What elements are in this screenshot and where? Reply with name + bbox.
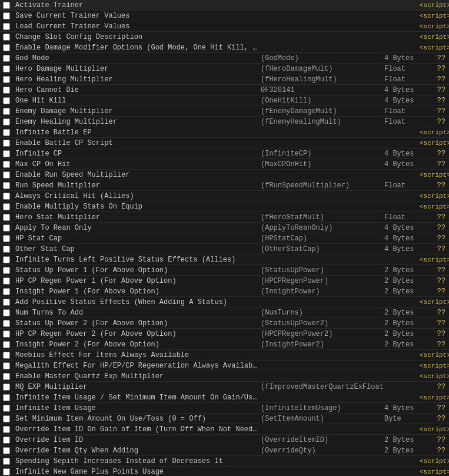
row-value[interactable]: ??: [420, 404, 449, 412]
row-checkbox[interactable]: [3, 118, 10, 125]
row-type: 2 Bytes: [384, 266, 420, 275]
row-id: (GodMode): [261, 54, 384, 62]
row-name: Max CP On Hit: [13, 160, 261, 168]
row-checkbox[interactable]: [3, 161, 10, 168]
row-checkbox[interactable]: [3, 267, 10, 274]
row-value[interactable]: ??: [420, 160, 449, 168]
row-checkbox[interactable]: [3, 214, 10, 221]
row-checkbox[interactable]: [3, 34, 10, 41]
row-checkbox[interactable]: [3, 44, 10, 51]
row-checkbox[interactable]: [3, 352, 10, 359]
row-value[interactable]: ??: [420, 415, 449, 423]
row-check-col: [0, 224, 13, 232]
row-value[interactable]: ??: [420, 213, 449, 222]
row-value[interactable]: ??: [420, 54, 449, 62]
row-id: (HPCPRegenPower): [261, 277, 384, 285]
row-checkbox[interactable]: [3, 108, 10, 115]
row-value[interactable]: ??: [420, 86, 449, 94]
row-checkbox[interactable]: [3, 55, 10, 62]
row-type: 4 Bytes: [384, 404, 420, 412]
row-check-col: [0, 44, 13, 51]
row-checkbox[interactable]: [3, 97, 10, 104]
row-checkbox[interactable]: [3, 246, 10, 253]
row-value: <script>: [420, 372, 449, 381]
row-value[interactable]: ??: [420, 266, 449, 275]
row-value[interactable]: ??: [420, 245, 449, 253]
row-checkbox[interactable]: [3, 341, 10, 348]
row-value[interactable]: ??: [420, 436, 449, 444]
row-id: (ApplyToReanOnly): [261, 224, 384, 232]
row-value: <script>: [420, 128, 449, 137]
row-value[interactable]: ??: [420, 447, 449, 455]
row-checkbox[interactable]: [3, 171, 10, 178]
row-value[interactable]: ??: [420, 277, 449, 285]
row-value[interactable]: ??: [420, 383, 449, 391]
row-value[interactable]: ??: [420, 181, 449, 190]
row-checkbox[interactable]: [3, 415, 10, 422]
table-row: HP CP Regen Power 1 (For Above Option)(H…: [0, 276, 449, 286]
row-checkbox[interactable]: [3, 362, 10, 369]
row-value[interactable]: ??: [420, 107, 449, 115]
row-checkbox[interactable]: [3, 288, 10, 295]
row-checkbox[interactable]: [3, 426, 10, 433]
row-check-col: [0, 394, 13, 401]
row-checkbox[interactable]: [3, 256, 10, 263]
table-row: Infinite Item Usage / Set Minimum Item A…: [0, 392, 449, 403]
row-type: 2 Bytes: [384, 277, 420, 285]
row-type: 2 Bytes: [384, 309, 420, 317]
row-checkbox[interactable]: [3, 320, 10, 327]
row-checkbox[interactable]: [3, 12, 10, 19]
row-checkbox[interactable]: [3, 129, 10, 136]
row-checkbox[interactable]: [3, 330, 10, 338]
row-value[interactable]: ??: [420, 319, 449, 328]
row-value: <script>: [420, 22, 449, 31]
row-checkbox[interactable]: [3, 309, 10, 316]
row-value[interactable]: ??: [420, 75, 449, 84]
row-checkbox[interactable]: [3, 299, 10, 306]
row-value[interactable]: ??: [420, 118, 449, 126]
row-checkbox[interactable]: [3, 76, 10, 83]
row-value[interactable]: ??: [420, 330, 449, 338]
row-id: (InsightPower2): [261, 341, 384, 349]
row-name: Infinite Turns Left Positive Status Effe…: [13, 256, 261, 264]
row-checkbox[interactable]: [3, 182, 10, 189]
row-checkbox[interactable]: [3, 203, 10, 210]
row-value: <script>: [420, 351, 449, 359]
row-check-col: [0, 214, 13, 221]
row-checkbox[interactable]: [3, 277, 10, 285]
row-checkbox[interactable]: [3, 87, 10, 94]
row-id: (InsightPower): [261, 287, 384, 296]
row-checkbox[interactable]: [3, 384, 10, 391]
row-checkbox[interactable]: [3, 224, 10, 232]
row-value[interactable]: ??: [420, 65, 449, 73]
row-checkbox[interactable]: [3, 65, 10, 72]
row-checkbox[interactable]: [3, 150, 10, 157]
row-value[interactable]: ??: [420, 341, 449, 349]
row-checkbox[interactable]: [3, 458, 10, 465]
row-checkbox[interactable]: [3, 468, 10, 475]
row-name: Insight Power 2 (For Above Option): [13, 341, 261, 349]
row-check-col: [0, 288, 13, 295]
row-check-col: [0, 437, 13, 444]
row-checkbox[interactable]: [3, 437, 10, 444]
table-row: Override Item ID(OverrideItemID)2 Bytes?…: [0, 435, 449, 445]
row-checkbox[interactable]: [3, 23, 10, 30]
row-name: Enable Master Quartz Exp Multiplier: [13, 372, 261, 381]
row-check-col: [0, 129, 13, 136]
row-checkbox[interactable]: [3, 2, 10, 9]
row-value[interactable]: ??: [420, 234, 449, 243]
row-checkbox[interactable]: [3, 140, 10, 147]
row-checkbox[interactable]: [3, 193, 10, 200]
row-checkbox[interactable]: [3, 235, 10, 242]
row-check-col: [0, 235, 13, 242]
row-value[interactable]: ??: [420, 287, 449, 296]
row-check-col: [0, 405, 13, 412]
row-checkbox[interactable]: [3, 447, 10, 454]
row-checkbox[interactable]: [3, 405, 10, 412]
row-checkbox[interactable]: [3, 373, 10, 380]
row-checkbox[interactable]: [3, 394, 10, 401]
row-value[interactable]: ??: [420, 224, 449, 232]
row-value[interactable]: ??: [420, 150, 449, 158]
row-value[interactable]: ??: [420, 309, 449, 317]
row-value[interactable]: ??: [420, 97, 449, 105]
